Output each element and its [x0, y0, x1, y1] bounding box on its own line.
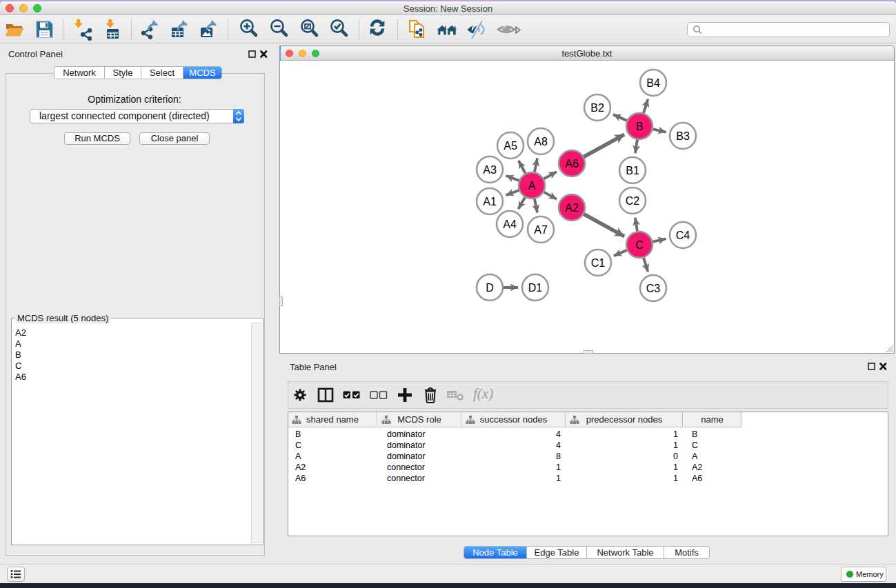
svg-text:B4: B4: [646, 77, 660, 89]
svg-text:C4: C4: [676, 230, 690, 241]
svg-text:B2: B2: [590, 102, 604, 114]
svg-text:B3: B3: [676, 130, 690, 142]
svg-text:C3: C3: [646, 283, 661, 294]
svg-text:D: D: [486, 282, 494, 294]
svg-text:A6: A6: [565, 158, 579, 170]
svg-text:A2: A2: [565, 202, 579, 214]
svg-text:D1: D1: [528, 282, 543, 294]
svg-text:B: B: [636, 121, 644, 132]
svg-text:A: A: [528, 180, 536, 192]
svg-text:C: C: [635, 239, 644, 251]
svg-text:B1: B1: [626, 165, 639, 176]
svg-text:A5: A5: [504, 140, 517, 152]
svg-text:A8: A8: [534, 136, 548, 148]
svg-text:C2: C2: [626, 195, 640, 207]
svg-text:C1: C1: [591, 257, 606, 269]
svg-text:A4: A4: [503, 219, 517, 230]
svg-text:A1: A1: [483, 196, 497, 207]
svg-text:A3: A3: [483, 164, 497, 176]
svg-text:A7: A7: [534, 224, 548, 236]
